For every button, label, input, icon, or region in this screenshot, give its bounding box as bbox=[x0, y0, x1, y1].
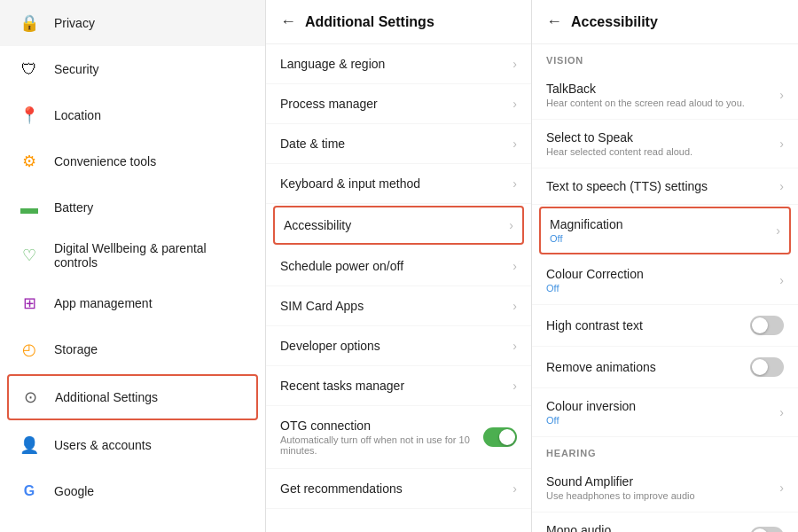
left-nav: 🔒Privacy🛡Security📍Location⚙Convenience t… bbox=[0, 0, 266, 532]
right-item-select-speak[interactable]: Select to SpeakHear selected content rea… bbox=[532, 120, 798, 168]
right-item-title-colour-correction: Colour Correction bbox=[546, 267, 779, 281]
sidebar-item-convenience[interactable]: ⚙Convenience tools bbox=[0, 138, 265, 184]
users-icon: 👤 bbox=[17, 433, 42, 458]
sidebar-item-location[interactable]: 📍Location bbox=[0, 92, 265, 138]
right-item-title-magnification: Magnification bbox=[550, 217, 776, 231]
right-item-accent-magnification: Off bbox=[550, 233, 776, 244]
sidebar-item-storage[interactable]: ◴Storage bbox=[0, 326, 265, 372]
right-item-title-talkback: TalkBack bbox=[546, 82, 779, 96]
right-item-sub-select-speak: Hear selected content read aloud. bbox=[546, 146, 779, 157]
google-icon: G bbox=[17, 479, 42, 504]
sidebar-label-storage: Storage bbox=[54, 342, 98, 356]
chevron-icon-accessibility: › bbox=[509, 218, 513, 232]
privacy-icon: 🔒 bbox=[17, 11, 42, 35]
convenience-icon: ⚙ bbox=[17, 149, 42, 174]
middle-item-title-simcard: SIM Card Apps bbox=[280, 299, 512, 313]
middle-item-title-language: Language & region bbox=[280, 57, 512, 71]
middle-item-simcard[interactable]: SIM Card Apps› bbox=[266, 286, 531, 326]
location-icon: 📍 bbox=[17, 103, 42, 128]
sidebar-item-google[interactable]: GGoogle bbox=[0, 468, 265, 514]
middle-header: ← Additional Settings bbox=[266, 0, 531, 44]
sidebar-label-location: Location bbox=[54, 108, 101, 122]
chevron-icon-datetime: › bbox=[512, 137, 517, 151]
middle-item-developer[interactable]: Developer options› bbox=[266, 326, 531, 366]
middle-item-recent[interactable]: Recent tasks manager› bbox=[266, 366, 531, 406]
right-title: Accessibility bbox=[571, 14, 658, 30]
middle-item-recommendations[interactable]: Get recommendations› bbox=[266, 469, 531, 509]
right-header: ← Accessibility bbox=[532, 0, 798, 44]
right-item-talkback[interactable]: TalkBackHear content on the screen read … bbox=[532, 71, 798, 120]
sidebar-item-battery[interactable]: ▬Battery bbox=[0, 184, 265, 231]
sidebar-label-battery: Battery bbox=[54, 200, 93, 215]
middle-item-title-recommendations: Get recommendations bbox=[280, 481, 512, 496]
sidebar-label-additional: Additional Settings bbox=[55, 390, 158, 404]
sidebar-item-users[interactable]: 👤Users & accounts bbox=[0, 422, 265, 468]
middle-item-title-datetime: Date & time bbox=[280, 137, 512, 151]
sidebar-item-app[interactable]: ⊞App management bbox=[0, 280, 265, 326]
app-icon: ⊞ bbox=[17, 291, 42, 316]
toggle-remove-animations[interactable] bbox=[750, 357, 784, 377]
security-icon: 🛡 bbox=[17, 57, 42, 82]
toggle-otg[interactable] bbox=[483, 427, 517, 447]
right-item-colour-correction[interactable]: Colour CorrectionOff› bbox=[532, 256, 798, 305]
right-item-sound-amplifier[interactable]: Sound AmplifierUse headphones to improve… bbox=[532, 464, 798, 512]
section-label-hearing: HEARING bbox=[532, 437, 798, 464]
sidebar-item-additional[interactable]: ⊙Additional Settings bbox=[7, 374, 258, 420]
chevron-icon-process: › bbox=[512, 97, 517, 111]
sidebar-item-security[interactable]: 🛡Security bbox=[0, 46, 265, 92]
chevron-icon-simcard: › bbox=[512, 299, 517, 313]
chevron-icon-language: › bbox=[512, 57, 517, 71]
right-item-accent-colour-correction: Off bbox=[546, 283, 779, 293]
right-item-colour-inversion[interactable]: Colour inversionOff› bbox=[532, 388, 798, 437]
middle-item-title-recent: Recent tasks manager bbox=[280, 379, 512, 393]
sidebar-item-privacy[interactable]: 🔒Privacy bbox=[0, 0, 265, 46]
right-item-title-mono-audio: Mono audio bbox=[546, 523, 750, 532]
right-item-accent-colour-inversion: Off bbox=[546, 415, 779, 426]
chevron-icon-colour-inversion: › bbox=[779, 405, 784, 419]
right-item-magnification[interactable]: MagnificationOff› bbox=[539, 207, 791, 254]
additional-icon: ⊙ bbox=[18, 385, 43, 410]
chevron-icon-keyboard: › bbox=[512, 176, 517, 191]
right-item-title-high-contrast: High contrast text bbox=[546, 318, 750, 332]
chevron-icon-sound-amplifier: › bbox=[779, 481, 784, 495]
middle-item-title-keyboard: Keyboard & input method bbox=[280, 176, 512, 191]
right-item-tts[interactable]: Text to speech (TTS) settings› bbox=[532, 168, 798, 205]
right-item-mono-audio[interactable]: Mono audioMerges channels when playing a… bbox=[532, 512, 798, 532]
right-item-remove-animations[interactable]: Remove animations bbox=[532, 347, 798, 388]
right-item-high-contrast[interactable]: High contrast text bbox=[532, 305, 798, 347]
middle-item-schedule[interactable]: Schedule power on/off› bbox=[266, 246, 531, 286]
toggle-high-contrast[interactable] bbox=[750, 316, 784, 335]
sidebar-item-digital[interactable]: ♡Digital Wellbeing & parental controls bbox=[0, 231, 265, 280]
toggle-mono-audio[interactable] bbox=[750, 527, 784, 532]
battery-icon: ▬ bbox=[17, 195, 42, 220]
right-back-button[interactable]: ← bbox=[546, 12, 562, 31]
chevron-icon-talkback: › bbox=[779, 88, 784, 102]
middle-title: Additional Settings bbox=[305, 14, 434, 30]
middle-item-otg[interactable]: OTG connectionAutomatically turn off whe… bbox=[266, 406, 531, 469]
middle-panel: ← Additional Settings Language & region›… bbox=[266, 0, 532, 532]
chevron-icon-schedule: › bbox=[512, 259, 517, 273]
chevron-icon-recent: › bbox=[512, 379, 517, 393]
middle-item-datetime[interactable]: Date & time› bbox=[266, 124, 531, 164]
middle-item-process[interactable]: Process manager› bbox=[266, 84, 531, 124]
middle-item-title-schedule: Schedule power on/off bbox=[280, 259, 512, 273]
chevron-icon-select-speak: › bbox=[779, 137, 784, 151]
sidebar-label-privacy: Privacy bbox=[54, 16, 95, 30]
middle-item-keyboard[interactable]: Keyboard & input method› bbox=[266, 164, 531, 204]
middle-item-language[interactable]: Language & region› bbox=[266, 44, 531, 84]
sidebar-label-digital: Digital Wellbeing & parental controls bbox=[54, 241, 251, 270]
middle-item-accessibility[interactable]: Accessibility› bbox=[273, 206, 524, 245]
right-item-title-sound-amplifier: Sound Amplifier bbox=[546, 474, 779, 489]
sidebar-label-app: App management bbox=[54, 296, 153, 310]
right-item-title-select-speak: Select to Speak bbox=[546, 130, 779, 145]
right-item-title-tts: Text to speech (TTS) settings bbox=[546, 179, 779, 193]
chevron-icon-colour-correction: › bbox=[779, 273, 784, 287]
right-item-sub-sound-amplifier: Use headphones to improve audio bbox=[546, 490, 779, 501]
right-panel: ← Accessibility VISIONTalkBackHear conte… bbox=[532, 0, 798, 532]
section-label-vision: VISION bbox=[532, 44, 798, 71]
sidebar-label-users: Users & accounts bbox=[54, 438, 152, 452]
middle-back-button[interactable]: ← bbox=[280, 12, 296, 31]
right-item-title-remove-animations: Remove animations bbox=[546, 360, 750, 374]
middle-item-title-accessibility: Accessibility bbox=[284, 218, 509, 232]
digital-icon: ♡ bbox=[17, 243, 42, 268]
